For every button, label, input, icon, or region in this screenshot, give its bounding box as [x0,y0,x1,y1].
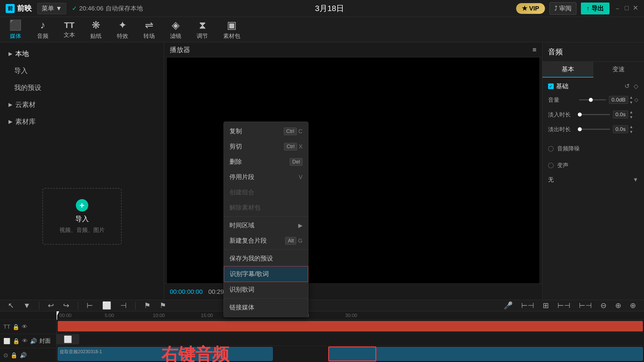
nav-import[interactable]: 导入 [0,62,164,79]
add-track-button[interactable]: ⊕ [628,300,638,311]
audio-vol-icon[interactable]: 🔊 [20,352,27,359]
fadein-up-arrow[interactable]: ▲ [629,110,633,114]
marker-button[interactable]: ⚑ [142,300,153,311]
export-button[interactable]: ↑ 导出 [581,3,609,14]
toolbar-filter[interactable]: ◈ 滤镜 [167,18,185,42]
fit-button[interactable]: ⊞ [540,300,551,311]
context-menu: 复制 Ctrl C 剪切 Ctrl X 删除 Del 停用片段 V 创建组合 解… [224,122,308,317]
delete-button[interactable]: ⬜ [100,300,113,311]
trim-button[interactable]: ⊣ [118,300,129,311]
audio-clip-2[interactable] [328,347,643,361]
undo-button[interactable]: ↩ [46,300,56,311]
section-checkbox[interactable]: ✓ [548,83,554,89]
transition-label: 转场 [143,32,155,40]
volume-value: 0.0dB ▲ ▼ [609,95,634,105]
volume-slider[interactable] [579,99,606,100]
marker2-button[interactable]: ⚑ [157,300,168,311]
select-tool-button[interactable]: ↖ [6,300,16,311]
eye-icon-2[interactable]: 👁 [22,338,28,344]
cloud-arrow-icon: ▶ [8,102,12,108]
maximize-button[interactable]: □ [625,4,629,13]
fadein-arrows: ▲ ▼ [629,110,633,119]
tab-speed[interactable]: 变速 [593,62,644,77]
toolbar-separator-2 [78,301,78,310]
lock-icon-2[interactable]: 🔒 [13,338,20,344]
cm-new-compound[interactable]: 新建复合片段 Alt G [224,233,308,248]
vip-button[interactable]: ★ VIP [516,3,545,14]
minimize-button[interactable]: － [614,4,621,13]
audio-icon-2[interactable]: 🔊 [30,338,37,344]
nav-cloud[interactable]: ▶ 云素材 [0,96,164,113]
fadein-down-arrow[interactable]: ▼ [629,115,633,119]
cm-link-media[interactable]: 链接媒体 [224,300,308,315]
voice-change-toggle[interactable] [548,163,554,168]
fadeout-up-arrow[interactable]: ▲ [629,124,633,129]
cm-time-zone[interactable]: 时间区域 ▶ [224,218,308,233]
lock-icon-1[interactable]: 🔒 [12,324,20,330]
diamond-icon[interactable]: ◇ [634,83,638,90]
mic-button[interactable]: 🎤 [501,300,515,311]
cm-cut[interactable]: 剪切 Ctrl X [224,139,308,154]
volume-keyframe-icon[interactable]: ◇ [634,97,638,103]
toolbar-audio[interactable]: ♪ 音频 [34,18,52,42]
toolbar-effect[interactable]: ✦ 特效 [113,18,132,42]
fadeout-value-box: 0.0s [613,125,628,133]
review-icon: ⤴ [554,5,557,12]
fadeout-down-arrow[interactable]: ▼ [629,130,633,134]
toolbar-transition[interactable]: ⇌ 转场 [140,18,158,42]
redo-button[interactable]: ↪ [61,300,72,311]
center-button[interactable]: ⊢⊣ [577,300,594,311]
zoom-out-button[interactable]: ⊖ [598,300,609,311]
zoom-in-button[interactable]: ⊕ [613,300,624,311]
align-button[interactable]: ⊢⊣ [555,300,573,311]
audio-clip-1[interactable]: 提取音频20230318-1 [58,347,273,361]
voice-select-arrow[interactable]: ▼ [633,176,638,183]
toolbar-media[interactable]: ⬛ 媒体 [6,18,25,42]
toolbar-adjust[interactable]: ⧗ 调节 [193,18,211,42]
reset-icon[interactable]: ↺ [624,83,630,90]
toolbar-text[interactable]: TT 文本 [60,19,78,40]
voice-change-row: 变声 [548,161,638,169]
split-button[interactable]: ⊢ [84,300,95,311]
topbar-date: 3月18日 [149,3,510,14]
playhead[interactable] [57,311,57,320]
fadein-row: 淡入时长 0.0s ▲ ▼ [548,110,638,119]
fadein-slider[interactable] [579,114,610,115]
volume-row: 音量 0.0dB ▲ ▼ ◇ [548,95,638,105]
fadeout-slider[interactable] [579,129,610,130]
snap-button[interactable]: ⊢⊣ [519,300,536,311]
text-clip[interactable] [58,321,643,331]
track-labels: TT 🔒 👁 ⬜ 🔒 👁 🔊 封面 ⊙ 🔒 🔊 [0,311,57,362]
close-button[interactable]: ✕ [633,4,638,13]
lock-icon-3[interactable]: 🔒 [10,352,18,359]
cm-copy[interactable]: 复制 Ctrl C [224,124,308,139]
cm-recognize-lyrics[interactable]: 识别歌词 [224,282,308,297]
cm-disable-shortcut: V [299,174,302,180]
nav-library[interactable]: ▶ 素材库 [0,113,164,130]
toolbar-sticker[interactable]: ❋ 贴纸 [87,18,105,42]
volume-down-arrow[interactable]: ▼ [629,100,633,105]
noise-reduction-toggle[interactable] [548,146,554,152]
player-menu-icon[interactable]: ≡ [533,46,536,54]
volume-up-arrow[interactable]: ▲ [629,95,633,100]
timeline-track-content: 00:00 5:00 10:00 15:00 20:00 25:00 30:00 [57,311,644,362]
review-button[interactable]: ⤴ 审阅 [549,2,576,15]
toolbar-pack[interactable]: ▣ 素材包 [220,18,244,42]
cm-disable[interactable]: 停用片段 V [224,169,308,185]
section-action-icons: ↺ ◇ [624,83,638,90]
player-controls: 00:00:00:00 00:29:38:15 ⊞ 适应 ⛶ [164,283,542,300]
player-area[interactable] [167,57,539,283]
import-box[interactable]: + 导入 视频、音频、图片 [42,188,122,245]
import-label: 导入 [75,214,89,223]
menu-button[interactable]: 菜单 ▼ [37,3,66,14]
cover-clip[interactable]: ⬜ [57,334,79,344]
cm-delete[interactable]: 删除 Del [224,154,308,169]
tab-basic[interactable]: 基本 [542,62,593,77]
nav-local[interactable]: ▶ 本地 [0,45,164,62]
cm-save-preset[interactable]: 保存为我的预设 [224,251,308,266]
cm-recognize-subtitle[interactable]: 识别字幕/歌词 [224,266,308,282]
eye-icon-1[interactable]: 👁 [22,324,27,330]
autosave-time: 20:46:06 [79,5,104,12]
nav-preset[interactable]: 我的预设 [0,79,164,96]
pack-icon: ▣ [227,19,237,31]
